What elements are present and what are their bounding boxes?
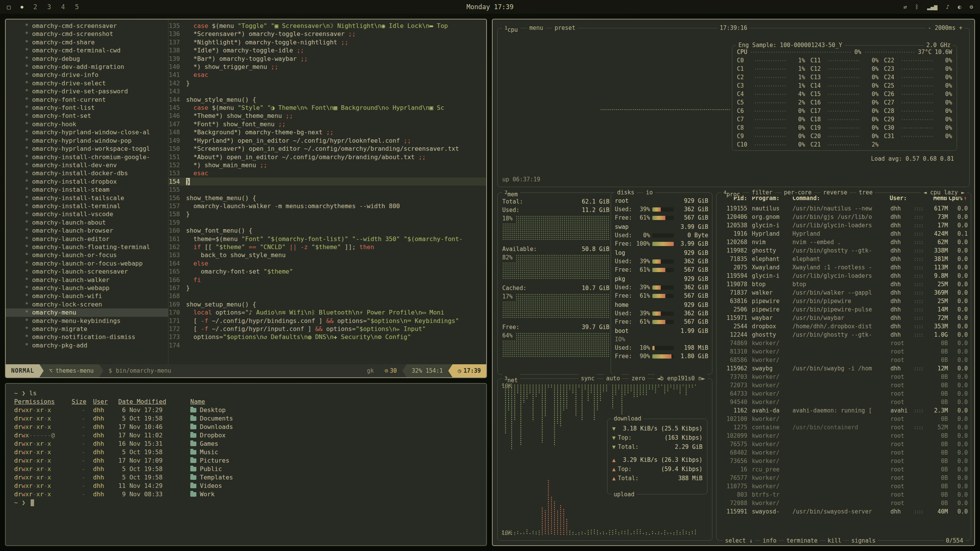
file-item[interactable]: *omarchy-cmd-screensaver: [6, 22, 168, 30]
disks-io-toggle[interactable]: io: [644, 188, 655, 197]
proc-row[interactable]: 1162avahi-daavahi-daemon: running [avahi…: [720, 406, 968, 415]
code-line[interactable]: 150 *Screensaver*) open_in_editor ~/.con…: [168, 145, 486, 153]
code-line[interactable]: 143: [168, 87, 486, 95]
file-item[interactable]: *omarchy-launch-about: [6, 218, 168, 227]
mem-box-title[interactable]: 2mem: [502, 188, 520, 197]
proc-filter-button[interactable]: filter: [750, 188, 775, 197]
code-line[interactable]: 158}: [168, 210, 486, 218]
file-item[interactable]: *omarchy-install-chromium-google-: [6, 153, 168, 161]
proc-row[interactable]: 102099kworker/root0B0.0: [720, 432, 968, 440]
net-box-title[interactable]: 3net: [502, 374, 520, 383]
file-item[interactable]: *omarchy-pkg-add: [6, 341, 168, 349]
file-item[interactable]: *omarchy-debug: [6, 55, 168, 63]
directory-name[interactable]: Pictures: [190, 456, 478, 465]
bluetooth-icon[interactable]: ᛒ: [915, 3, 919, 10]
proc-row[interactable]: 71835elephantelephantdhh381M0.0: [720, 255, 968, 263]
proc-sort-selector[interactable]: ◄ cpu lazy ►: [921, 188, 967, 197]
code-line[interactable]: 149 *Hyprland*) open_in_editor ~/.config…: [168, 137, 486, 145]
file-item[interactable]: *omarchy-drive-info: [6, 71, 168, 79]
code-line[interactable]: 170 local options="♪ Audio\n≋ Wifi\nᛒ Bl…: [168, 308, 486, 316]
code-line[interactable]: 160show_font_menu() {: [168, 227, 486, 235]
code-line[interactable]: 136 *Screensaver*) omarchy-toggle-screen…: [168, 30, 486, 38]
file-item[interactable]: *omarchy-menu: [6, 308, 168, 316]
proc-row[interactable]: 68586kworker/root0B0.0: [720, 356, 968, 364]
code-line[interactable]: 162 if [[ "$theme" == "CNCLD" || -z "$th…: [168, 243, 486, 251]
cpu-box-title[interactable]: 1cpu: [502, 24, 520, 32]
file-item[interactable]: *omarchy-dev-add-migration: [6, 63, 168, 71]
proc-per-core-toggle[interactable]: per-core: [782, 188, 814, 197]
code-line[interactable]: 138 *Idle*) omarchy-toggle-idle ;;: [168, 46, 486, 54]
code-line[interactable]: 145 case $(menu "Style" "◑ Theme\n✎ Font…: [168, 104, 486, 112]
proc-row[interactable]: 68402kworker/root0B0.0: [720, 448, 968, 457]
proc-row[interactable]: 119155nautilus/usr/bin/nautilus --newdhh…: [720, 204, 968, 213]
proc-row[interactable]: 2506pipewire/usr/bin/pipewire-pulsedhh14…: [720, 305, 968, 314]
file-item[interactable]: *omarchy-cmd-share: [6, 38, 168, 46]
night-mode-icon[interactable]: ◐: [958, 3, 961, 10]
file-item[interactable]: *omarchy-cmd-screenshot: [6, 30, 168, 38]
code-line[interactable]: 156show_theme_menu() {: [168, 194, 486, 202]
proc-kill-button[interactable]: kill: [825, 536, 844, 545]
btop-preset-button[interactable]: preset: [552, 24, 578, 32]
file-item[interactable]: *omarchy-install-docker-dbs: [6, 169, 168, 177]
file-item[interactable]: *omarchy-launch-or-focus-webapp: [6, 259, 168, 267]
code-line[interactable]: 144show_style_menu() {: [168, 96, 486, 104]
proc-row[interactable]: 803btrfs-trroot0B0.0: [720, 491, 968, 499]
net-interface-selector[interactable]: ◄b enp191s0 n►: [655, 374, 707, 383]
file-item[interactable]: *omarchy-hook: [6, 120, 168, 128]
file-item[interactable]: *omarchy-install-dropbox: [6, 178, 168, 186]
file-item[interactable]: *omarchy-launch-screensaver: [6, 267, 168, 276]
directory-name[interactable]: Music: [190, 448, 478, 456]
code-line[interactable]: 141 esac: [168, 71, 486, 79]
file-item[interactable]: *omarchy-launch-editor: [6, 235, 168, 243]
file-item[interactable]: *omarchy-migrate: [6, 325, 168, 333]
file-item[interactable]: *omarchy-install-tailscale: [6, 194, 168, 202]
file-item[interactable]: *omarchy-font-current: [6, 96, 168, 104]
code-line[interactable]: 159: [168, 218, 486, 227]
code-line[interactable]: 163 back_to show_style_menu: [168, 251, 486, 259]
proc-row[interactable]: 1916HyprlandHyprlanddhh424M0.1: [720, 230, 968, 238]
code-line[interactable]: 154}: [168, 178, 486, 186]
file-item[interactable]: *omarchy-launch-wifi: [6, 292, 168, 300]
code-line[interactable]: 148 *Background*) omarchy-theme-bg-next …: [168, 128, 486, 136]
code-line[interactable]: 174: [168, 341, 486, 349]
proc-row[interactable]: 64733kworker/root0B0.0: [720, 390, 968, 398]
proc-row[interactable]: 73656kworker/root0B0.0: [720, 457, 968, 465]
workspace-5[interactable]: 5: [75, 3, 79, 11]
os-logo-icon[interactable]: ▢: [7, 3, 11, 11]
proc-row[interactable]: 120406org.gnom/usr/bin/gjs /usr/lib/odhh…: [720, 213, 968, 221]
code-line[interactable]: 167}: [168, 284, 486, 292]
directory-name[interactable]: Public: [190, 465, 478, 473]
proc-row[interactable]: 120268nvimnvim --embed .dhh62M0.0: [720, 238, 968, 246]
proc-row[interactable]: 2075XwaylandXwayland :1 -rootless -dhh11…: [720, 263, 968, 272]
file-item[interactable]: *omarchy-install-terminal: [6, 202, 168, 210]
proc-row[interactable]: 16rcu_preeroot0B0.0: [720, 465, 968, 474]
code-line[interactable]: 171 [ -f ~/.config/hypr/bindings.conf ] …: [168, 317, 486, 325]
settings-icon[interactable]: ⚙: [970, 3, 973, 10]
proc-row[interactable]: 2544dropbox/home/dhh/.dropbox-distdhh353…: [720, 322, 968, 331]
code-line[interactable]: 152 *) show_main_menu ;;: [168, 161, 486, 169]
code-line[interactable]: 172 [ -f ~/.config/hypr/input.conf ] && …: [168, 325, 486, 333]
workspace-2[interactable]: 2: [33, 3, 37, 11]
code-line[interactable]: 165 omarchy-font-set "$theme": [168, 267, 486, 276]
directory-name[interactable]: Desktop: [190, 406, 478, 414]
proc-row[interactable]: 63816pipewire/usr/bin/pipewiredhh25M0.0: [720, 297, 968, 305]
code-line[interactable]: 140 *) show_trigger_menu ;;: [168, 63, 486, 71]
directory-name[interactable]: Dropbox: [190, 431, 478, 440]
proc-terminate-button[interactable]: terminate: [784, 536, 820, 545]
code-line[interactable]: 139 *Bar*) omarchy-toggle-waybar ;;: [168, 55, 486, 63]
file-item[interactable]: *omarchy-hyprland-window-pop: [6, 137, 168, 145]
file-item[interactable]: *omarchy-hyprland-window-close-al: [6, 128, 168, 136]
volume-icon[interactable]: ♪: [946, 3, 949, 10]
proc-reverse-toggle[interactable]: reverse: [821, 188, 849, 197]
file-item[interactable]: *omarchy-menu-keybindings: [6, 317, 168, 325]
file-item[interactable]: *omarchy-drive-set-password: [6, 87, 168, 95]
directory-name[interactable]: Games: [190, 440, 478, 448]
proc-row[interactable]: 115962swaybg/usr/bin/swaybg -i /homdhh12…: [720, 364, 968, 373]
btop-menu-button[interactable]: menu: [527, 24, 546, 32]
proc-row[interactable]: 115971waybar/usr/bin/waybardhh72M0.0: [720, 314, 968, 322]
net-sync-button[interactable]: sync: [578, 374, 597, 383]
file-item[interactable]: *omarchy-launch-floating-terminal: [6, 243, 168, 251]
proc-signals-button[interactable]: signals: [849, 536, 878, 545]
proc-row[interactable]: 120538glycin-i/usr/lib/glycin-loadersdhh…: [720, 221, 968, 230]
directory-name[interactable]: Downloads: [190, 423, 478, 431]
